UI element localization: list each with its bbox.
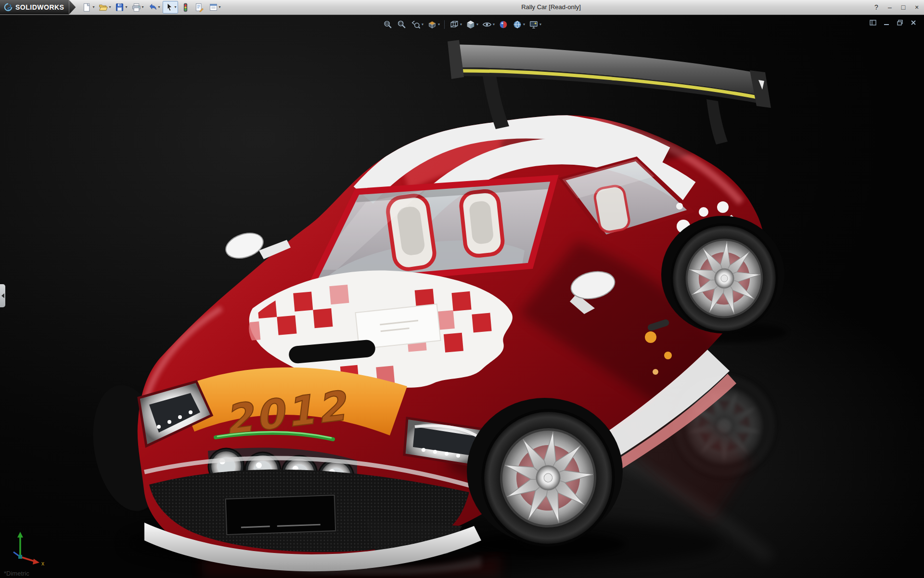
window-controls: ? – □ × — [873, 0, 920, 14]
dropdown-caret-icon[interactable]: ▾ — [438, 23, 440, 26]
open-icon — [98, 2, 108, 13]
minimize-document-button[interactable] — [883, 19, 890, 26]
edit-appearance-button[interactable] — [498, 19, 509, 30]
dropdown-caret-icon[interactable]: ▾ — [460, 23, 462, 26]
dropdown-caret-icon[interactable]: ▾ — [493, 23, 495, 26]
menu-expand-arrow[interactable] — [69, 0, 76, 14]
view-orientation-label: *Dimetric — [4, 570, 29, 577]
undo-icon — [148, 2, 158, 13]
options-icon — [208, 2, 218, 13]
dropdown-caret-icon[interactable]: ▾ — [523, 23, 525, 26]
file-properties-icon — [194, 2, 205, 13]
triad-x-label: x — [41, 560, 44, 566]
close-document-icon — [910, 19, 917, 26]
maximize-button[interactable]: □ — [900, 4, 907, 11]
zoom-to-fit-icon — [383, 19, 393, 30]
pane-display-button[interactable] — [869, 19, 877, 26]
edit-appearance-icon — [498, 19, 509, 30]
brand-text: SOLIDWORKS — [15, 3, 64, 11]
display-style-icon — [465, 19, 476, 30]
solidworks-window: SOLIDWORKS ▾ ▾ ▾ ▾ ▾ ▾ ▾ Rally Car [Read… — [0, 0, 924, 578]
hide-show-items-icon — [482, 19, 492, 30]
new-document-button[interactable]: ▾ — [80, 1, 96, 13]
close-button[interactable]: × — [913, 4, 920, 11]
print-icon — [131, 2, 141, 13]
new-document-icon — [82, 2, 92, 13]
open-button[interactable]: ▾ — [97, 1, 112, 13]
options-button[interactable]: ▾ — [207, 1, 222, 13]
save-button[interactable]: ▾ — [113, 1, 128, 13]
dassault-3ds-icon — [4, 3, 13, 12]
dropdown-caret-icon[interactable]: ▾ — [175, 5, 177, 9]
dropdown-caret-icon[interactable]: ▾ — [539, 23, 541, 26]
apply-scene-button[interactable]: ▾ — [512, 19, 526, 30]
print-button[interactable]: ▾ — [130, 1, 145, 13]
document-window-controls — [869, 19, 917, 26]
save-icon — [115, 2, 125, 13]
dropdown-caret-icon[interactable]: ▾ — [92, 5, 94, 9]
zoom-to-fit-button[interactable] — [382, 19, 394, 30]
undo-button[interactable]: ▾ — [146, 1, 162, 13]
previous-view-icon — [411, 19, 421, 30]
graphics-area[interactable]: 2012 — [0, 14, 924, 578]
view-orientation-icon — [449, 19, 460, 30]
rebuild-icon — [180, 2, 191, 13]
rebuild-button[interactable] — [179, 1, 192, 13]
minimize-document-icon — [883, 19, 890, 26]
section-view-button[interactable]: ▾ — [426, 19, 440, 30]
pane-display-icon — [869, 19, 877, 26]
dropdown-caret-icon[interactable]: ▾ — [422, 23, 424, 26]
dropdown-caret-icon[interactable]: ▾ — [219, 5, 221, 9]
help-button[interactable]: ? — [873, 4, 880, 11]
section-view-icon — [427, 19, 437, 30]
main-toolbar: ▾ ▾ ▾ ▾ ▾ ▾ ▾ — [80, 1, 222, 13]
toolbar-separator — [444, 20, 445, 29]
dropdown-caret-icon[interactable]: ▾ — [476, 23, 478, 26]
display-style-button[interactable]: ▾ — [465, 19, 479, 30]
license-plate — [226, 495, 335, 535]
view-settings-button[interactable]: ▾ — [528, 19, 542, 30]
select-button[interactable]: ▾ — [163, 1, 178, 13]
dropdown-caret-icon[interactable]: ▾ — [158, 5, 160, 9]
restore-document-button[interactable] — [896, 19, 904, 26]
hide-show-items-button[interactable]: ▾ — [481, 19, 495, 30]
solidworks-logo: SOLIDWORKS — [0, 0, 69, 14]
close-document-button[interactable] — [910, 19, 917, 26]
zoom-to-area-button[interactable] — [396, 19, 408, 30]
previous-view-button[interactable]: ▾ — [410, 19, 424, 30]
restore-document-icon — [896, 19, 904, 26]
select-cursor-icon — [164, 2, 174, 13]
menu-bar: SOLIDWORKS ▾ ▾ ▾ ▾ ▾ ▾ ▾ Rally Car [Read… — [0, 0, 924, 15]
reference-triad: x — [8, 529, 49, 566]
passenger-seat — [460, 190, 504, 257]
3d-model-rally-car[interactable]: 2012 — [0, 14, 924, 578]
document-title: Rally Car [Read-only] — [521, 0, 581, 14]
feature-tree-collapse-handle[interactable] — [0, 284, 5, 307]
apply-scene-icon — [512, 19, 523, 30]
view-orientation-button[interactable]: ▾ — [449, 19, 462, 30]
file-properties-button[interactable] — [193, 1, 206, 13]
view-settings-icon — [528, 19, 539, 30]
zoom-to-area-icon — [397, 19, 407, 30]
collapse-arrow-icon — [1, 293, 4, 298]
heads-up-view-toolbar: ▾ ▾ ▾ ▾ ▾ ▾ ▾ — [382, 19, 542, 30]
dropdown-caret-icon[interactable]: ▾ — [109, 5, 111, 9]
dropdown-caret-icon[interactable]: ▾ — [125, 5, 127, 9]
minimize-button[interactable]: – — [886, 4, 893, 11]
dropdown-caret-icon[interactable]: ▾ — [142, 5, 144, 9]
